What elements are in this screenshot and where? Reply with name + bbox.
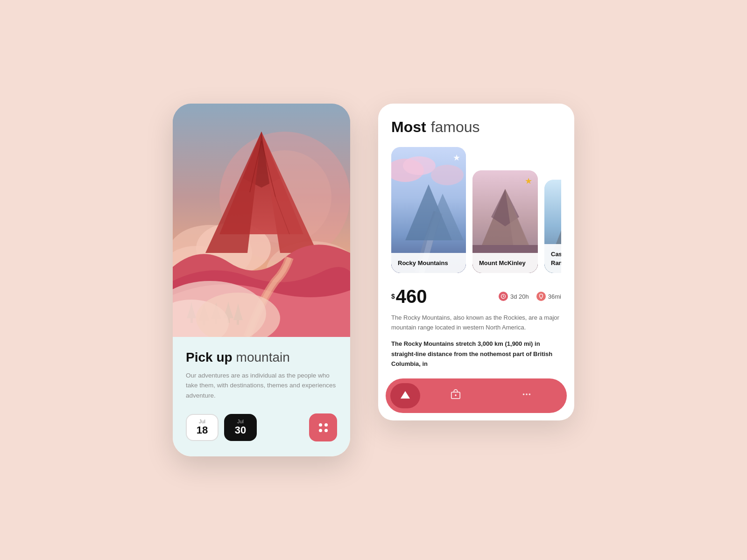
trip-info: 3d 20h 36mi — [499, 292, 561, 301]
card-rocky-mountains[interactable]: ★ Rocky Mountains — [391, 147, 466, 273]
date-end-day: 30 — [233, 424, 247, 436]
duration-text: 3d 20h — [510, 293, 529, 300]
phone-bottom-area: Pick up mountain Our adventures are as i… — [173, 337, 350, 457]
date-end-month: Jul — [233, 419, 247, 424]
cascade-name: Cascade Range — [551, 251, 561, 266]
left-phone: Pick up mountain Our adventures are as i… — [173, 104, 350, 457]
pickup-bold: Pick up — [186, 350, 233, 365]
distance-text: 36mi — [548, 293, 561, 300]
svg-point-56 — [523, 393, 525, 395]
bag-icon — [451, 389, 461, 402]
pickup-light: mountain — [236, 350, 290, 365]
description-normal: The Rocky Mountains, also known as the R… — [391, 313, 561, 333]
title-bold: Most — [391, 119, 426, 136]
card-mckinley[interactable]: · · · · ★ Mount McKinley — [472, 170, 538, 273]
svg-point-57 — [526, 393, 528, 395]
mckinley-label: Mount McKinley — [472, 253, 538, 273]
panel-content: Most famous — [378, 104, 574, 378]
date-end[interactable]: Jul 30 — [224, 414, 257, 441]
bottom-nav — [386, 378, 567, 413]
svg-text:· · · ·: · · · · — [507, 204, 515, 209]
rocky-name: Rocky Mountains — [398, 259, 448, 266]
cascade-label: Cascade Range — [544, 244, 561, 273]
price-amount: 460 — [396, 286, 427, 307]
rocky-label: Rocky Mountains — [391, 253, 466, 273]
svg-point-39 — [431, 165, 464, 185]
title-normal: famous — [431, 119, 480, 136]
mountain-illustration — [173, 104, 350, 337]
price-row: $ 460 3d 20h — [391, 286, 561, 307]
app-container: Pick up mountain Our adventures are as i… — [173, 104, 574, 457]
description-bold: The Rocky Mountains stretch 3,000 km (1,… — [391, 339, 561, 369]
pickup-description: Our adventures are as individual as the … — [186, 371, 337, 401]
mountain-icon — [400, 390, 411, 401]
date-start-day: 18 — [195, 424, 209, 436]
mckinley-star[interactable]: ★ — [525, 176, 532, 186]
nav-bag-button[interactable] — [420, 383, 491, 408]
svg-point-58 — [529, 393, 531, 395]
duration-info: 3d 20h — [499, 292, 529, 301]
date-start[interactable]: Jul 18 — [186, 414, 218, 441]
place-cards-row: ★ Rocky Mountains — [391, 147, 561, 273]
price-symbol: $ — [391, 293, 395, 300]
svg-point-38 — [403, 156, 436, 175]
nav-mountain-button[interactable] — [390, 383, 420, 408]
right-panel: Most famous — [378, 104, 574, 420]
date-row: Jul 18 Jul 30 — [186, 413, 337, 441]
dice-icon — [319, 423, 328, 432]
more-icon — [521, 389, 532, 402]
nav-more-button[interactable] — [491, 383, 562, 408]
pickup-title: Pick up mountain — [186, 350, 337, 365]
mckinley-name: Mount McKinley — [479, 259, 526, 266]
location-icon — [536, 292, 546, 301]
rocky-star[interactable]: ★ — [453, 153, 460, 163]
card-cascade[interactable]: Cascade Range — [544, 180, 561, 273]
distance-info: 36mi — [536, 292, 561, 301]
illustration-area — [173, 104, 350, 337]
clock-icon — [499, 292, 508, 301]
date-start-month: Jul — [195, 419, 209, 424]
section-title: Most famous — [391, 119, 561, 136]
dice-button[interactable] — [309, 413, 337, 441]
